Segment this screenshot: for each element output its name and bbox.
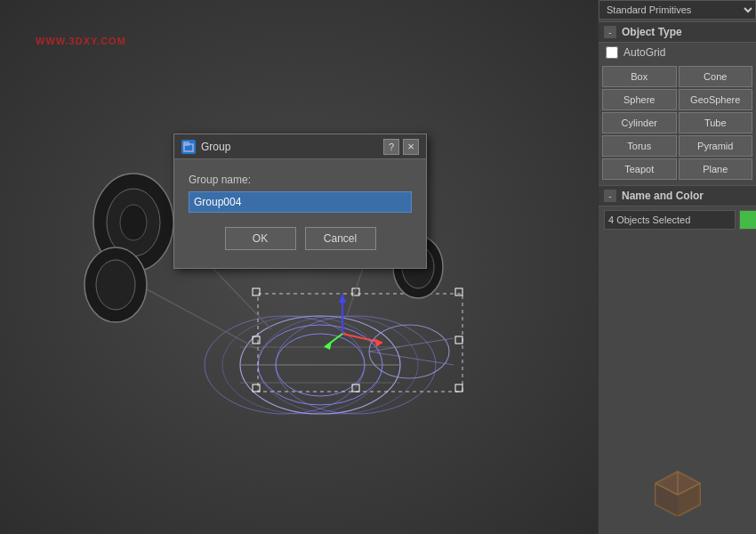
dialog-body: Group name: OK Cancel bbox=[174, 159, 426, 268]
name-color-title: Name and Color bbox=[622, 190, 704, 202]
right-panel: Standard Primitives Extended Primitives … bbox=[598, 0, 756, 534]
group-name-label: Group name: bbox=[189, 174, 412, 186]
watermark: www.3dxy.com bbox=[36, 36, 126, 46]
teapot-button[interactable]: Teapot bbox=[602, 158, 677, 180]
name-color-row bbox=[599, 206, 756, 233]
color-swatch[interactable] bbox=[739, 210, 756, 230]
dialog-title: Group bbox=[201, 141, 383, 153]
cone-button[interactable]: Cone bbox=[679, 66, 753, 87]
group-name-input[interactable] bbox=[189, 191, 412, 213]
dialog-titlebar: Group ? × bbox=[174, 134, 426, 159]
geosphere-button[interactable]: GeoSphere bbox=[679, 89, 753, 110]
object-type-section-header: - Object Type bbox=[599, 21, 756, 43]
dialog-icon bbox=[181, 140, 196, 154]
primitives-dropdown[interactable]: Standard Primitives Extended Primitives … bbox=[599, 0, 756, 20]
plane-button[interactable]: Plane bbox=[679, 158, 753, 180]
dialog-close-button[interactable]: × bbox=[403, 139, 419, 155]
group-dialog: Group ? × Group name: OK Cancel bbox=[173, 134, 427, 269]
object-type-title: Object Type bbox=[622, 26, 682, 38]
svg-point-30 bbox=[96, 260, 135, 310]
cylinder-button[interactable]: Cylinder bbox=[602, 112, 677, 134]
sphere-button[interactable]: Sphere bbox=[602, 89, 677, 110]
object-type-collapse-btn[interactable]: - bbox=[604, 26, 616, 38]
svg-point-28 bbox=[120, 205, 147, 240]
ok-button[interactable]: OK bbox=[225, 227, 296, 250]
tube-button[interactable]: Tube bbox=[679, 112, 753, 134]
panel-logo bbox=[642, 463, 713, 516]
pyramid-button[interactable]: Pyramid bbox=[679, 135, 753, 157]
name-color-section-header: - Name and Color bbox=[599, 185, 756, 206]
autogrid-label: AutoGrid bbox=[623, 46, 665, 59]
name-color-input[interactable] bbox=[604, 210, 736, 230]
dialog-buttons: OK Cancel bbox=[189, 227, 412, 254]
torus-button[interactable]: Torus bbox=[602, 135, 677, 157]
autogrid-checkbox[interactable] bbox=[606, 46, 618, 59]
primitive-buttons-grid: Box Cone Sphere GeoSphere Cylinder Tube … bbox=[599, 62, 756, 183]
name-color-collapse-btn[interactable]: - bbox=[604, 190, 616, 202]
box-button[interactable]: Box bbox=[602, 66, 677, 87]
autogrid-row: AutoGrid bbox=[599, 43, 756, 62]
viewport[interactable]: www.3dxy.com Group ? × Group name: OK Ca… bbox=[0, 0, 598, 534]
dialog-help-button[interactable]: ? bbox=[383, 139, 399, 155]
cancel-button[interactable]: Cancel bbox=[305, 227, 376, 250]
